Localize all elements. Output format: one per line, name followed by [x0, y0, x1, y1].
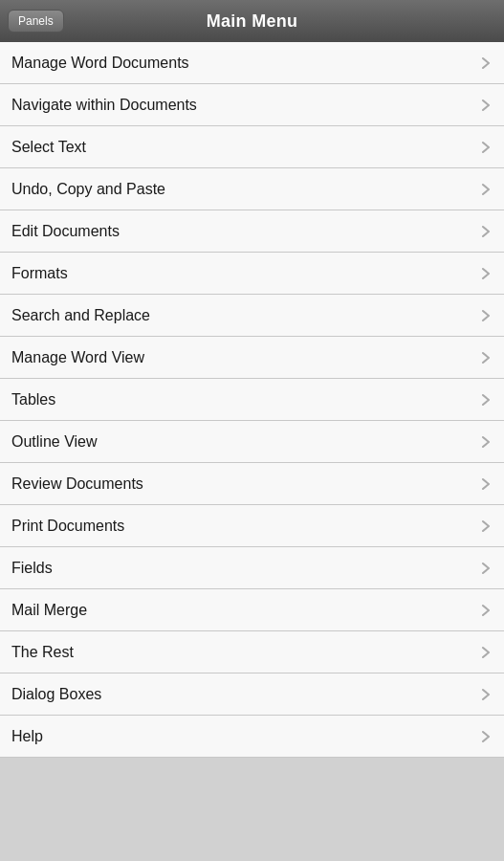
menu-item-label-fields: Fields	[11, 560, 53, 577]
menu-item-label-undo-copy-paste: Undo, Copy and Paste	[11, 181, 165, 198]
menu-item-label-outline-view: Outline View	[11, 433, 98, 451]
chevron-right-icon	[479, 604, 493, 617]
menu-item-manage-word-documents[interactable]: Manage Word Documents	[0, 42, 504, 84]
menu-item-the-rest[interactable]: The Rest	[0, 631, 504, 673]
chevron-right-icon	[479, 183, 493, 196]
menu-item-label-tables: Tables	[11, 391, 55, 408]
menu-item-label-edit-documents: Edit Documents	[11, 223, 120, 240]
menu-item-undo-copy-paste[interactable]: Undo, Copy and Paste	[0, 168, 504, 210]
chevron-right-icon	[479, 225, 493, 238]
menu-item-label-manage-word-documents: Manage Word Documents	[11, 55, 189, 72]
page-title: Main Menu	[207, 11, 298, 32]
chevron-right-icon	[479, 519, 493, 533]
menu-item-manage-word-view[interactable]: Manage Word View	[0, 337, 504, 379]
chevron-right-icon	[479, 688, 493, 701]
menu-item-mail-merge[interactable]: Mail Merge	[0, 589, 504, 631]
chevron-right-icon	[479, 393, 493, 407]
chevron-right-icon	[479, 351, 493, 364]
chevron-right-icon	[479, 267, 493, 280]
menu-item-help[interactable]: Help	[0, 716, 504, 758]
menu-item-label-review-documents: Review Documents	[11, 475, 143, 493]
chevron-right-icon	[479, 646, 493, 659]
panels-button[interactable]: Panels	[8, 10, 64, 33]
chevron-right-icon	[479, 309, 493, 322]
menu-item-label-select-text: Select Text	[11, 139, 86, 156]
menu-item-label-the-rest: The Rest	[11, 644, 74, 661]
menu-item-print-documents[interactable]: Print Documents	[0, 505, 504, 547]
chevron-right-icon	[479, 141, 493, 154]
chevron-right-icon	[479, 99, 493, 112]
menu-item-outline-view[interactable]: Outline View	[0, 421, 504, 463]
menu-item-label-mail-merge: Mail Merge	[11, 602, 87, 619]
menu-item-label-manage-word-view: Manage Word View	[11, 349, 144, 366]
menu-item-label-navigate-within-documents: Navigate within Documents	[11, 97, 197, 114]
menu-item-label-help: Help	[11, 728, 43, 745]
menu-item-label-search-and-replace: Search and Replace	[11, 307, 150, 324]
menu-item-select-text[interactable]: Select Text	[0, 126, 504, 168]
menu-item-edit-documents[interactable]: Edit Documents	[0, 210, 504, 253]
menu-item-fields[interactable]: Fields	[0, 547, 504, 589]
chevron-right-icon	[479, 435, 493, 449]
chevron-right-icon	[479, 56, 493, 70]
menu-item-dialog-boxes[interactable]: Dialog Boxes	[0, 673, 504, 716]
chevron-right-icon	[479, 477, 493, 491]
menu-item-label-formats: Formats	[11, 265, 68, 282]
menu-item-review-documents[interactable]: Review Documents	[0, 463, 504, 505]
menu-item-navigate-within-documents[interactable]: Navigate within Documents	[0, 84, 504, 126]
menu-item-search-and-replace[interactable]: Search and Replace	[0, 295, 504, 337]
header: Panels Main Menu	[0, 0, 504, 42]
chevron-right-icon	[479, 562, 493, 575]
menu-item-label-dialog-boxes: Dialog Boxes	[11, 686, 101, 703]
chevron-right-icon	[479, 730, 493, 743]
main-menu-list: Manage Word DocumentsNavigate within Doc…	[0, 42, 504, 758]
menu-item-formats[interactable]: Formats	[0, 253, 504, 295]
menu-item-tables[interactable]: Tables	[0, 379, 504, 421]
menu-item-label-print-documents: Print Documents	[11, 518, 124, 535]
empty-area	[0, 758, 504, 861]
